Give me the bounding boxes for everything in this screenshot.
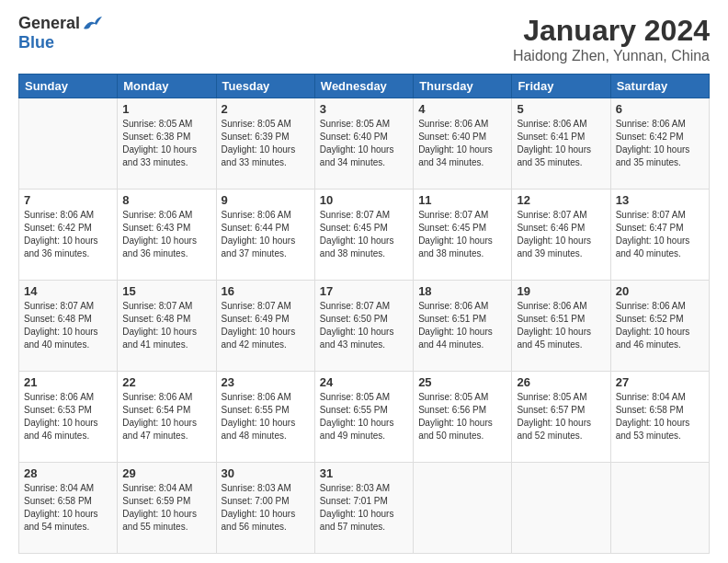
calendar-cell: 22Sunrise: 8:06 AM Sunset: 6:54 PM Dayli… (118, 372, 216, 463)
calendar-cell: 23Sunrise: 8:06 AM Sunset: 6:55 PM Dayli… (216, 372, 314, 463)
cell-info: Sunrise: 8:06 AM Sunset: 6:52 PM Dayligh… (616, 300, 704, 351)
day-number: 24 (320, 375, 408, 389)
cell-info: Sunrise: 8:06 AM Sunset: 6:55 PM Dayligh… (222, 391, 310, 442)
cell-info: Sunrise: 8:06 AM Sunset: 6:42 PM Dayligh… (24, 209, 112, 260)
calendar-cell: 28Sunrise: 8:04 AM Sunset: 6:58 PM Dayli… (19, 463, 118, 554)
calendar-cell: 25Sunrise: 8:05 AM Sunset: 6:56 PM Dayli… (414, 372, 512, 463)
day-number: 9 (222, 193, 310, 207)
calendar-day-header: Wednesday (314, 75, 413, 98)
calendar-cell (610, 463, 709, 554)
day-number: 26 (517, 375, 605, 389)
title-section: January 2024 Haidong Zhen, Yunnan, China (513, 14, 710, 64)
cell-info: Sunrise: 8:05 AM Sunset: 6:40 PM Dayligh… (320, 118, 408, 169)
calendar-cell: 31Sunrise: 8:03 AM Sunset: 7:01 PM Dayli… (314, 463, 413, 554)
cell-info: Sunrise: 8:07 AM Sunset: 6:47 PM Dayligh… (616, 209, 704, 260)
calendar-cell: 14Sunrise: 8:07 AM Sunset: 6:48 PM Dayli… (19, 281, 118, 372)
calendar-day-header: Tuesday (216, 75, 314, 98)
day-number: 13 (616, 193, 704, 207)
calendar-week-row: 21Sunrise: 8:06 AM Sunset: 6:53 PM Dayli… (19, 372, 710, 463)
day-number: 20 (616, 284, 704, 298)
cell-info: Sunrise: 8:04 AM Sunset: 6:58 PM Dayligh… (24, 482, 112, 534)
calendar-cell: 18Sunrise: 8:06 AM Sunset: 6:51 PM Dayli… (414, 281, 512, 372)
page: General Blue January 2024 Haidong Zhen, … (0, 0, 728, 563)
calendar-day-header: Thursday (414, 75, 512, 98)
day-number: 15 (122, 284, 210, 298)
day-number: 31 (320, 466, 408, 480)
calendar-week-row: 14Sunrise: 8:07 AM Sunset: 6:48 PM Dayli… (19, 281, 710, 372)
cell-info: Sunrise: 8:07 AM Sunset: 6:48 PM Dayligh… (24, 300, 112, 351)
day-number: 7 (24, 193, 112, 207)
header: General Blue January 2024 Haidong Zhen, … (18, 14, 710, 64)
calendar-cell: 27Sunrise: 8:04 AM Sunset: 6:58 PM Dayli… (610, 372, 709, 463)
day-number: 25 (418, 375, 506, 389)
calendar-cell: 5Sunrise: 8:06 AM Sunset: 6:41 PM Daylig… (512, 98, 610, 190)
day-number: 18 (418, 284, 506, 298)
day-number: 12 (517, 193, 605, 207)
day-number: 21 (24, 375, 112, 389)
subtitle: Haidong Zhen, Yunnan, China (513, 48, 710, 64)
calendar-cell: 6Sunrise: 8:06 AM Sunset: 6:42 PM Daylig… (610, 98, 709, 190)
calendar-cell: 17Sunrise: 8:07 AM Sunset: 6:50 PM Dayli… (314, 281, 413, 372)
logo-bird-icon (82, 16, 102, 32)
day-number: 4 (418, 102, 506, 116)
calendar-cell: 30Sunrise: 8:03 AM Sunset: 7:00 PM Dayli… (216, 463, 314, 554)
day-number: 22 (122, 375, 210, 389)
cell-info: Sunrise: 8:06 AM Sunset: 6:40 PM Dayligh… (418, 118, 506, 169)
cell-info: Sunrise: 8:06 AM Sunset: 6:43 PM Dayligh… (122, 209, 210, 260)
day-number: 2 (222, 102, 310, 116)
cell-info: Sunrise: 8:06 AM Sunset: 6:42 PM Dayligh… (616, 118, 704, 169)
calendar-week-row: 28Sunrise: 8:04 AM Sunset: 6:58 PM Dayli… (19, 463, 710, 554)
day-number: 1 (122, 102, 210, 116)
cell-info: Sunrise: 8:04 AM Sunset: 6:58 PM Dayligh… (616, 391, 704, 442)
day-number: 30 (222, 466, 310, 480)
calendar-cell: 20Sunrise: 8:06 AM Sunset: 6:52 PM Dayli… (610, 281, 709, 372)
day-number: 28 (24, 466, 112, 480)
cell-info: Sunrise: 8:05 AM Sunset: 6:57 PM Dayligh… (517, 391, 605, 442)
calendar-cell: 24Sunrise: 8:05 AM Sunset: 6:55 PM Dayli… (314, 372, 413, 463)
calendar-cell: 29Sunrise: 8:04 AM Sunset: 6:59 PM Dayli… (118, 463, 216, 554)
day-number: 16 (222, 284, 310, 298)
calendar-cell: 7Sunrise: 8:06 AM Sunset: 6:42 PM Daylig… (19, 190, 118, 281)
logo-general-text: General (18, 14, 80, 33)
calendar-cell: 26Sunrise: 8:05 AM Sunset: 6:57 PM Dayli… (512, 372, 610, 463)
cell-info: Sunrise: 8:07 AM Sunset: 6:45 PM Dayligh… (418, 209, 506, 260)
cell-info: Sunrise: 8:06 AM Sunset: 6:54 PM Dayligh… (122, 391, 210, 442)
cell-info: Sunrise: 8:07 AM Sunset: 6:50 PM Dayligh… (320, 300, 408, 351)
day-number: 17 (320, 284, 408, 298)
calendar-cell: 21Sunrise: 8:06 AM Sunset: 6:53 PM Dayli… (19, 372, 118, 463)
calendar-cell: 4Sunrise: 8:06 AM Sunset: 6:40 PM Daylig… (414, 98, 512, 190)
day-number: 29 (122, 466, 210, 480)
day-number: 27 (616, 375, 704, 389)
calendar-cell (512, 463, 610, 554)
calendar-cell (19, 98, 118, 190)
day-number: 5 (517, 102, 605, 116)
calendar-week-row: 7Sunrise: 8:06 AM Sunset: 6:42 PM Daylig… (19, 190, 710, 281)
calendar-cell: 3Sunrise: 8:05 AM Sunset: 6:40 PM Daylig… (314, 98, 413, 190)
calendar-cell: 1Sunrise: 8:05 AM Sunset: 6:38 PM Daylig… (118, 98, 216, 190)
calendar-cell (414, 463, 512, 554)
cell-info: Sunrise: 8:06 AM Sunset: 6:51 PM Dayligh… (517, 300, 605, 351)
calendar-table: SundayMondayTuesdayWednesdayThursdayFrid… (18, 74, 710, 554)
cell-info: Sunrise: 8:05 AM Sunset: 6:38 PM Dayligh… (122, 118, 210, 169)
day-number: 6 (616, 102, 704, 116)
calendar-cell: 8Sunrise: 8:06 AM Sunset: 6:43 PM Daylig… (118, 190, 216, 281)
day-number: 8 (122, 193, 210, 207)
calendar-day-header: Monday (118, 75, 216, 98)
cell-info: Sunrise: 8:04 AM Sunset: 6:59 PM Dayligh… (122, 482, 210, 534)
cell-info: Sunrise: 8:07 AM Sunset: 6:48 PM Dayligh… (122, 300, 210, 351)
cell-info: Sunrise: 8:06 AM Sunset: 6:51 PM Dayligh… (418, 300, 506, 351)
calendar-cell: 12Sunrise: 8:07 AM Sunset: 6:46 PM Dayli… (512, 190, 610, 281)
calendar-header-row: SundayMondayTuesdayWednesdayThursdayFrid… (19, 75, 710, 98)
calendar-cell: 19Sunrise: 8:06 AM Sunset: 6:51 PM Dayli… (512, 281, 610, 372)
cell-info: Sunrise: 8:07 AM Sunset: 6:46 PM Dayligh… (517, 209, 605, 260)
main-title: January 2024 (513, 14, 710, 48)
day-number: 11 (418, 193, 506, 207)
cell-info: Sunrise: 8:03 AM Sunset: 7:01 PM Dayligh… (320, 482, 408, 534)
calendar-cell: 11Sunrise: 8:07 AM Sunset: 6:45 PM Dayli… (414, 190, 512, 281)
calendar-day-header: Saturday (610, 75, 709, 98)
cell-info: Sunrise: 8:07 AM Sunset: 6:45 PM Dayligh… (320, 209, 408, 260)
calendar-day-header: Sunday (19, 75, 118, 98)
day-number: 3 (320, 102, 408, 116)
day-number: 14 (24, 284, 112, 298)
day-number: 10 (320, 193, 408, 207)
